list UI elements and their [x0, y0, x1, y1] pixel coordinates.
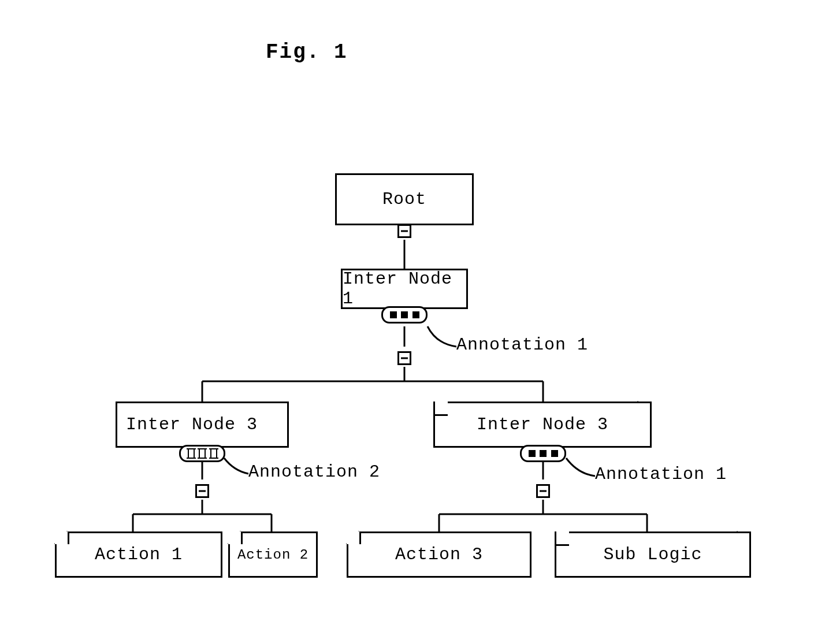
folded-corner-icon [433, 401, 448, 416]
inter3-left-label: Inter Node 3 [126, 415, 258, 434]
marker-dot [412, 311, 419, 318]
marker-dot [390, 311, 397, 318]
root-node: Root [335, 173, 474, 225]
action2-label: Action 2 [237, 547, 309, 563]
sub-logic-node: Sub Logic [555, 531, 751, 578]
root-label: Root [382, 189, 426, 209]
cut-corner-icon [347, 531, 361, 544]
marker-open [199, 448, 206, 459]
marker-dot [401, 311, 408, 318]
inter3-right-label: Inter Node 3 [477, 415, 608, 434]
action1-label: Action 1 [95, 545, 183, 564]
cut-corner-icon [228, 531, 243, 544]
collapse-icon [397, 224, 411, 238]
sublogic-label: Sub Logic [603, 545, 702, 564]
marker-dot [529, 450, 536, 457]
marker-open [188, 448, 195, 459]
action-2-node: Action 2 [228, 531, 318, 578]
marker-open [210, 448, 217, 459]
annotation-1-right-label: Annotation 1 [595, 464, 727, 484]
folded-corner-icon [555, 531, 569, 546]
cut-corner-icon [55, 531, 69, 544]
annotation-1-marker-right [520, 445, 566, 462]
inter-node-3-left: Inter Node 3 [116, 401, 289, 448]
annotation-1-label: Annotation 1 [456, 335, 588, 355]
inter1-label: Inter Node 1 [343, 269, 466, 308]
collapse-icon [195, 484, 209, 498]
inter-node-1: Inter Node 1 [341, 269, 468, 309]
annotation-2-marker [179, 445, 225, 462]
action-1-node: Action 1 [55, 531, 222, 578]
action3-label: Action 3 [395, 545, 483, 564]
annotation-1-marker [381, 306, 428, 324]
collapse-icon [536, 484, 550, 498]
marker-dot [540, 450, 547, 457]
collapse-icon [397, 351, 411, 365]
figure-title: Fig. 1 [266, 40, 348, 64]
annotation-2-label: Annotation 2 [248, 462, 380, 482]
action-3-node: Action 3 [347, 531, 531, 578]
inter-node-3-right: Inter Node 3 [433, 401, 652, 448]
marker-dot [551, 450, 558, 457]
